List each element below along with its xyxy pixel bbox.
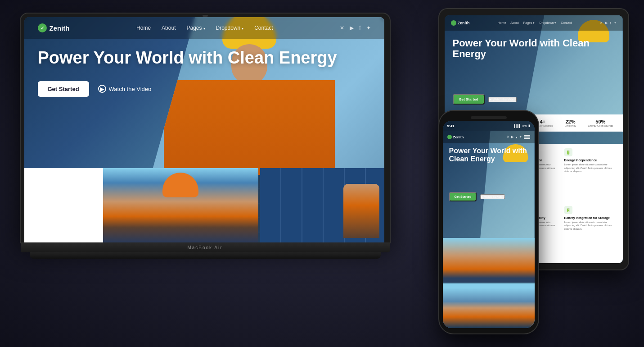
phone-status-bar: 9:41 ▌▌▌ wifi ▮ [443,121,535,131]
tablet-feature-6: 🔋 Battery Integration for Storage Lorem … [564,206,617,259]
laptop-site-logo: ✓ Zenith [38,23,70,32]
laptop-nav-dropdown[interactable]: Dropdown [216,25,244,31]
tablet-stat-5: 22% Efficiency [565,119,576,127]
laptop-nav-links: Home About Pages Dropdown Contact [136,25,273,31]
laptop-hero-buttons: Get Started ▶ Watch the Video [38,81,337,97]
tablet-hero-title: Power Your World with Clean Energy [453,38,623,59]
phone-watch-video-label: Watch the Video [484,196,504,198]
tablet-nav-contact[interactable]: Contact [561,21,572,25]
phone-watch-video-button[interactable]: ▶ Watch the Video [480,194,505,199]
phone-screen: 9:41 ▌▌▌ wifi ▮ Zenith ✕ ▶ [443,121,535,328]
phone-play-icon: ▶ [481,195,483,198]
laptop-get-started-button[interactable]: Get Started [38,81,89,97]
hamburger-line-2 [524,137,530,137]
tablet-hero-buttons: Get Started ▶ Watch the Video [453,94,517,105]
tablet-watch-video-label: Watch the Video [493,98,516,101]
tablet-feature-icon-6: 🔋 [564,206,572,214]
laptop-solar-worker [343,184,379,238]
tablet-facebook-icon[interactable]: f [610,22,611,25]
laptop-nav-social: ✕ ▶ f ✦ [340,25,370,31]
phone-youtube-icon[interactable]: ▶ [511,135,513,139]
laptop-watch-video-button[interactable]: ▶ Watch the Video [98,85,152,93]
zenith-logo-icon: ✓ [38,23,47,32]
hamburger-menu-button[interactable] [524,135,530,139]
tablet-nav-home[interactable]: Home [498,21,506,25]
laptop-nav-contact[interactable]: Contact [254,25,273,31]
phone-logo: Zenith [447,135,464,139]
tablet-stat-label-6: Energy Cost Savings [588,124,613,127]
settings-icon[interactable]: ✦ [366,25,371,31]
tablet-get-started-button[interactable]: Get Started [453,94,485,105]
twitter-icon[interactable]: ✕ [340,25,344,31]
phone-img-grid [443,238,535,328]
phone-nav-icons: ✕ ▶ ● ✦ [507,135,530,139]
signal-icon: ▌▌▌ [514,124,521,128]
phone-hero-buttons: Get Started ▶ Watch the Video [449,192,505,201]
laptop-screen-wrap: ✓ Zenith Home About Pages Dropdown Conta… [21,14,390,242]
phone-device: 9:41 ▌▌▌ wifi ▮ Zenith ✕ ▶ [439,111,538,333]
laptop-img-card-1 [103,168,258,242]
laptop-bottom-white [24,168,103,242]
facebook-icon[interactable]: f [359,25,360,31]
phone-body: 9:41 ▌▌▌ wifi ▮ Zenith ✕ ▶ [439,111,538,333]
phone-time: 9:41 [447,124,455,128]
tablet-feature-text-3: Lorem ipsum dolor sit amet consectetur a… [564,163,617,174]
youtube-icon[interactable]: ▶ [350,25,354,31]
phone-get-started-button[interactable]: Get Started [449,192,477,201]
phone-nav: Zenith ✕ ▶ ● ✦ [443,131,535,143]
phone-img-bottom [443,283,535,328]
laptop-device: ✓ Zenith Home About Pages Dropdown Conta… [21,14,390,259]
phone-logo-text: Zenith [453,135,464,139]
tablet-logo: Zenith [451,20,470,26]
laptop-hero-title: Power Your World with Clean Energy [38,49,337,68]
laptop-hero-content: Power Your World with Clean Energy Get S… [38,49,337,97]
hamburger-line-3 [524,138,530,139]
laptop-play-icon: ▶ [98,85,106,93]
phone-logo-icon [447,135,452,139]
laptop-nav-home[interactable]: Home [136,25,151,31]
tablet-stat-value-6: 50% [588,119,613,124]
tablet-nav-icons: ✕ ▶ f ✦ [600,21,617,25]
tablet-nav-links: Home About Pages ▾ Dropdown ▾ Contact [498,21,572,25]
dropdown-chevron-icon [242,25,243,31]
tablet-hero-img [525,15,623,119]
laptop-foot [30,252,381,259]
wifi-icon: wifi [522,124,527,128]
tablet-stat-value-5: 22% [565,119,576,124]
tablet-settings-icon[interactable]: ✦ [614,21,617,25]
pages-chevron-icon [203,25,205,31]
phone-notch [471,116,507,119]
tablet-logo-icon [451,20,456,26]
laptop-model-label: MacBook Air [187,245,222,250]
tablet-nav-dropdown[interactable]: Dropdown ▾ [539,21,556,25]
tablet-play-icon: ▶ [489,98,491,101]
laptop-bottom-section [24,168,384,242]
tablet-stat-6: 50% Energy Cost Savings [588,119,613,127]
laptop-nav-about[interactable]: About [162,25,176,31]
phone-img-top-worker [443,238,535,283]
tablet-nav-pages[interactable]: Pages ▾ [523,21,535,25]
tablet-watch-video-button[interactable]: ▶ Watch the Video [488,97,517,102]
tablet-youtube-icon[interactable]: ▶ [605,21,608,25]
phone-settings-icon[interactable]: ✦ [519,135,522,139]
laptop-screen: ✓ Zenith Home About Pages Dropdown Conta… [24,17,384,242]
tablet-nav: Zenith Home About Pages ▾ Dropdown ▾ Con… [445,15,623,31]
tablet-feature-title-6: Battery Integration for Storage [564,216,617,219]
phone-twitter-icon[interactable]: ✕ [507,135,509,139]
laptop-watch-video-label: Watch the Video [109,86,152,92]
tablet-twitter-icon[interactable]: ✕ [600,21,603,25]
phone-img-bottom-worker [443,283,535,328]
laptop-img-card-2 [260,168,384,242]
tablet-feature-icon-3: 🔋 [564,148,572,156]
phone-notch-area [443,116,535,119]
laptop-hero-bg: Power Your World with Clean Energy Get S… [24,17,384,242]
laptop-nav-pages[interactable]: Pages [186,25,205,31]
phone-facebook-icon[interactable]: ● [515,136,517,139]
tablet-nav-about[interactable]: About [510,21,518,25]
battery-icon: ▮ [528,124,530,128]
laptop-nav: ✓ Zenith Home About Pages Dropdown Conta… [24,17,384,39]
phone-img-top [443,238,535,283]
laptop-logo-text: Zenith [50,24,70,32]
phone-status-icons: ▌▌▌ wifi ▮ [514,124,530,128]
tablet-logo-text: Zenith [458,21,470,25]
